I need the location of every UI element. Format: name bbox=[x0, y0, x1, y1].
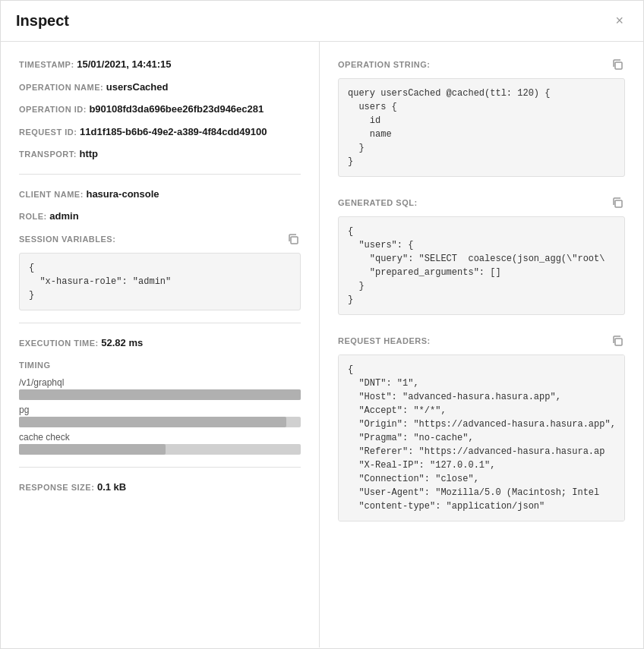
modal-title: Inspect bbox=[16, 12, 69, 30]
timing-bar-pg-fill bbox=[19, 417, 286, 427]
client-name-row: CLIENT NAME: hasura-console bbox=[19, 187, 301, 202]
client-name-value: hasura-console bbox=[86, 188, 159, 200]
role-row: ROLE: admin bbox=[19, 209, 301, 224]
transport-row: TRANSPORT: http bbox=[19, 146, 301, 162]
operation-id-row: OPERATION ID: b90108fd3da696bee26fb23d94… bbox=[19, 102, 301, 117]
transport-label: TRANSPORT: bbox=[19, 150, 77, 159]
timing-bar-pg-track bbox=[19, 417, 301, 427]
generated-sql-header: GENERATED SQL: bbox=[338, 195, 625, 210]
timing-bar-graphql-label: /v1/graphql bbox=[19, 377, 301, 388]
response-size-label: RESPONSE SIZE: bbox=[19, 483, 94, 492]
left-panel: TIMESTAMP: 15/01/2021, 14:41:15 OPERATIO… bbox=[1, 42, 320, 647]
generated-sql-code: { "users": { "query": "SELECT coalesce(j… bbox=[338, 216, 625, 315]
operation-string-label: OPERATION STRING: bbox=[338, 60, 430, 69]
request-id-value: 11d1f185-b6b6-49e2-a389-4f84cdd49100 bbox=[80, 126, 267, 137]
timestamp-value: 15/01/2021, 14:41:15 bbox=[77, 58, 171, 70]
modal-header: Inspect × bbox=[1, 1, 643, 42]
execution-time-value: 52.82 ms bbox=[101, 337, 143, 348]
operation-name-row: OPERATION NAME: usersCached bbox=[19, 80, 301, 95]
timing-bar-cache-fill bbox=[19, 444, 166, 455]
timing-label: TIMING bbox=[19, 361, 51, 370]
response-size-value: 0.1 kB bbox=[97, 481, 126, 493]
timing-bar-cache-track bbox=[19, 444, 301, 455]
copy-generated-sql-button[interactable] bbox=[610, 195, 625, 210]
right-panel: OPERATION STRING: query usersCached @cac… bbox=[320, 42, 643, 647]
operation-name-value: usersCached bbox=[106, 81, 169, 93]
session-variables-header: SESSION VARIABLES: bbox=[19, 232, 301, 247]
operation-name-label: OPERATION NAME: bbox=[19, 83, 103, 92]
svg-rect-0 bbox=[291, 237, 298, 244]
timing-bars: /v1/graphql pg cache check bbox=[19, 377, 301, 455]
role-value: admin bbox=[49, 210, 78, 222]
close-button[interactable]: × bbox=[611, 11, 628, 30]
divider-2 bbox=[19, 323, 301, 323]
timing-bar-pg-label: pg bbox=[19, 405, 301, 415]
operation-string-section: OPERATION STRING: query usersCached @cac… bbox=[338, 57, 625, 177]
operation-string-header: OPERATION STRING: bbox=[338, 57, 625, 72]
request-id-row: REQUEST ID: 11d1f185-b6b6-49e2-a389-4f84… bbox=[19, 124, 301, 140]
copy-icon bbox=[611, 335, 623, 347]
operation-id-value: b90108fd3da696bee26fb23d946ec281 bbox=[89, 103, 264, 115]
copy-icon bbox=[287, 233, 299, 245]
timing-section: TIMING /v1/graphql pg bbox=[19, 358, 301, 455]
timestamp-label: TIMESTAMP: bbox=[19, 60, 74, 69]
generated-sql-section: GENERATED SQL: { "users": { "query": "SE… bbox=[338, 195, 625, 315]
svg-rect-2 bbox=[615, 200, 622, 207]
operation-string-code: query usersCached @cached(ttl: 120) { us… bbox=[338, 78, 625, 177]
divider-1 bbox=[19, 174, 301, 175]
timing-bar-graphql-fill bbox=[19, 389, 301, 400]
request-headers-code: { "DNT": "1", "Host": "advanced-hasura.h… bbox=[338, 354, 625, 521]
timing-bar-cache-label: cache check bbox=[19, 432, 301, 443]
execution-time-label: EXECUTION TIME: bbox=[19, 339, 99, 348]
request-headers-label: REQUEST HEADERS: bbox=[338, 336, 431, 345]
transport-value: http bbox=[80, 148, 99, 159]
timestamp-row: TIMESTAMP: 15/01/2021, 14:41:15 bbox=[19, 57, 301, 72]
svg-rect-1 bbox=[615, 62, 622, 69]
request-headers-section: REQUEST HEADERS: { "DNT": "1", "Host": "… bbox=[338, 333, 625, 521]
operation-id-label: OPERATION ID: bbox=[19, 105, 87, 114]
role-label: ROLE: bbox=[19, 212, 47, 221]
response-size-row: RESPONSE SIZE: 0.1 kB bbox=[19, 467, 301, 495]
session-variables-label: SESSION VARIABLES: bbox=[19, 235, 115, 244]
modal-body: TIMESTAMP: 15/01/2021, 14:41:15 OPERATIO… bbox=[1, 42, 643, 647]
request-headers-header: REQUEST HEADERS: bbox=[338, 333, 625, 348]
request-id-label: REQUEST ID: bbox=[19, 128, 77, 137]
copy-icon bbox=[611, 197, 623, 209]
timing-bar-cache: cache check bbox=[19, 432, 301, 455]
session-variables-code: { "x-hasura-role": "admin" } bbox=[19, 253, 301, 310]
modal: Inspect × TIMESTAMP: 15/01/2021, 14:41:1… bbox=[0, 0, 644, 649]
copy-session-variables-button[interactable] bbox=[286, 232, 301, 247]
timing-bar-pg: pg bbox=[19, 405, 301, 427]
copy-request-headers-button[interactable] bbox=[610, 333, 625, 348]
generated-sql-label: GENERATED SQL: bbox=[338, 198, 418, 207]
copy-icon bbox=[611, 58, 623, 71]
copy-operation-string-button[interactable] bbox=[610, 57, 625, 72]
execution-time-row: EXECUTION TIME: 52.82 ms bbox=[19, 336, 301, 351]
client-name-label: CLIENT NAME: bbox=[19, 190, 84, 199]
timing-bar-graphql-track bbox=[19, 389, 301, 400]
timing-bar-graphql: /v1/graphql bbox=[19, 377, 301, 400]
svg-rect-3 bbox=[615, 339, 622, 345]
